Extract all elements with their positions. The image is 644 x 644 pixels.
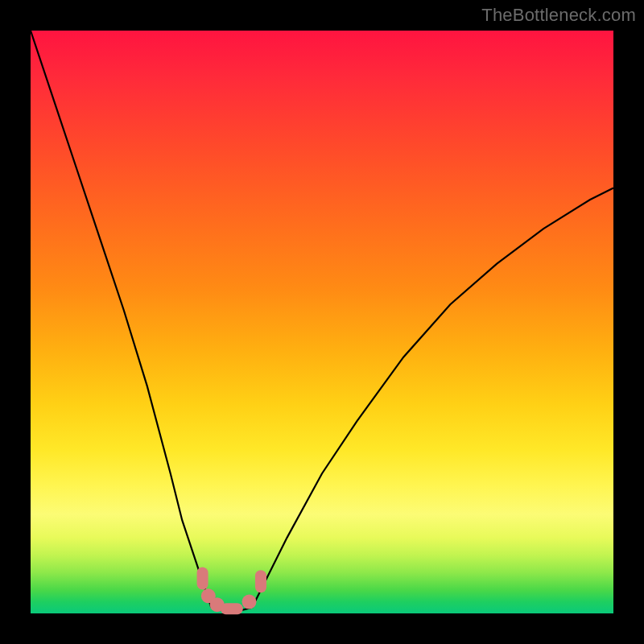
marker [255, 570, 266, 592]
marker [242, 595, 257, 609]
left-branch-curve [31, 31, 211, 608]
marker [221, 603, 243, 614]
chart-svg [31, 31, 613, 613]
plot-area [31, 31, 613, 613]
watermark-text: TheBottleneck.com [481, 5, 636, 26]
outer-frame: TheBottleneck.com [0, 0, 644, 644]
right-branch-curve [252, 188, 613, 607]
marker [197, 568, 208, 590]
markers-group [197, 568, 266, 615]
